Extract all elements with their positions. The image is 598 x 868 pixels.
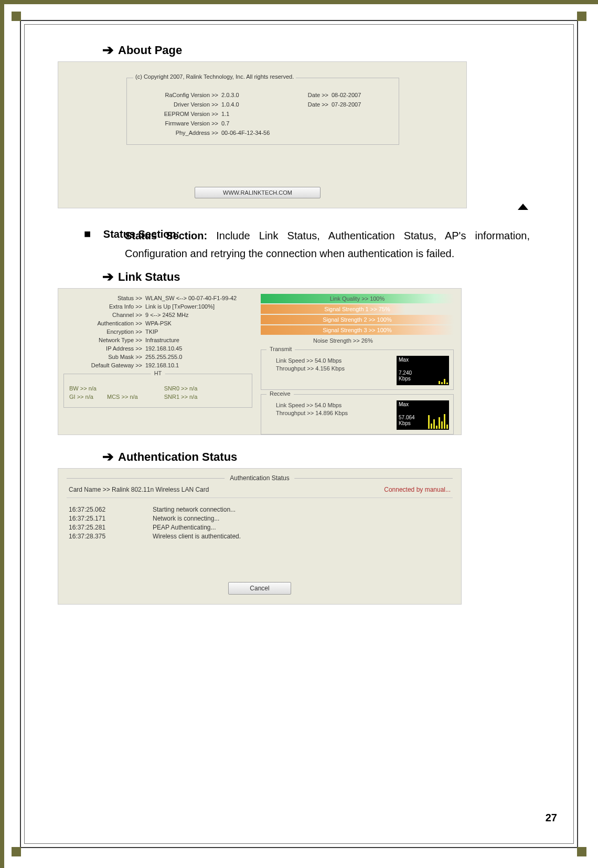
ht-snr1: SNR1 >> n/a xyxy=(164,394,198,400)
ls-auth-v: WPA-PSK xyxy=(142,320,172,326)
eeprom-key: EEPROM Version >> xyxy=(132,111,221,117)
raconfig-date-val: 08-02-2007 xyxy=(332,92,384,98)
ls-ntype-k: Network Type >> xyxy=(63,337,142,343)
auth-panel: Authentication Status Card Name >> Ralin… xyxy=(58,468,462,605)
ls-enc-v: TKIP xyxy=(142,329,158,335)
driver-key: Driver Version >> xyxy=(132,101,221,108)
log-time: 16:37:25.171 xyxy=(69,515,153,522)
link-status-panel: Status >>WLAN_SW <--> 00-07-40-F1-99-42 … xyxy=(58,288,462,435)
rx-speed: Link Speed >> 54.0 Mbps xyxy=(265,402,397,408)
bar-signal-1: Signal Strength 1 >> 75% xyxy=(261,304,454,314)
tx-sparkline: Max 7.240 Kbps xyxy=(397,356,449,385)
ht-snr0: SNR0 >> n/a xyxy=(164,385,198,391)
arrow-icon: ➔ xyxy=(102,42,114,58)
page-number: 27 xyxy=(546,812,557,824)
receive-label: Receive xyxy=(266,390,294,397)
ls-gw-v: 192.168.10.1 xyxy=(142,362,179,368)
arrow-icon: ➔ xyxy=(102,269,114,285)
ralink-url-label: WWW.RALINKTECH.COM xyxy=(223,189,292,196)
heading-about: ➔ About Page xyxy=(102,42,540,58)
ls-channel-v: 9 <--> 2452 MHz xyxy=(142,312,189,318)
auth-card: Card Name >> Ralink 802.11n Wireless LAN… xyxy=(69,486,209,493)
ht-bw: BW >> n/a xyxy=(69,385,97,391)
ls-gw-k: Default Gateway >> xyxy=(63,362,142,368)
phy-val: 00-06-4F-12-34-56 xyxy=(221,130,270,136)
ht-gi: GI >> n/a xyxy=(69,394,97,400)
status-paragraph: ■ Status Section: Status Section: Includ… xyxy=(84,224,530,262)
raconfig-key: RaConfig Version >> xyxy=(132,92,221,98)
about-groupbox: (c) Copyright 2007, Ralink Technology, I… xyxy=(126,78,399,145)
auth-title: Authentication Status xyxy=(225,474,294,482)
raconfig-date-key: Date >> xyxy=(290,92,332,98)
firmware-val: 0.7 xyxy=(221,120,290,126)
ls-mask-v: 255.255.255.0 xyxy=(142,354,182,360)
status-body: Status Section: Include Link Status, Aut… xyxy=(125,227,530,262)
log-msg: Starting network connection... xyxy=(153,506,236,513)
log-time: 16:37:28.375 xyxy=(69,533,153,540)
bar-link-quality: Link Quality >> 100% xyxy=(261,294,454,303)
log-msg: PEAP Authenticating... xyxy=(153,524,216,531)
ls-ip-k: IP Address >> xyxy=(63,345,142,352)
rx-throughput: Throughput >> 14.896 Kbps xyxy=(265,410,397,416)
log-msg: Wireless client is authenticated. xyxy=(153,533,241,540)
ls-status-k: Status >> xyxy=(63,295,142,301)
bar-signal-3: Signal Strength 3 >> 100% xyxy=(261,325,454,335)
ht-groupbox: HT BW >> n/a GI >> n/a MCS >> n/a SNR0 >… xyxy=(63,374,252,408)
eeprom-val: 1.1 xyxy=(221,111,290,117)
bullet-icon: ■ xyxy=(84,227,91,240)
heading-auth: ➔ Authentication Status xyxy=(102,449,540,465)
about-copyright: (c) Copyright 2007, Ralink Technology, I… xyxy=(133,73,296,80)
ht-label: HT xyxy=(151,370,165,376)
bar-signal-2: Signal Strength 2 >> 100% xyxy=(261,315,454,324)
heading-link-text: Link Status xyxy=(118,270,180,284)
transmit-label: Transmit xyxy=(266,346,295,352)
ls-channel-k: Channel >> xyxy=(63,312,142,318)
ls-auth-k: Authentication >> xyxy=(63,320,142,326)
driver-val: 1.0.4.0 xyxy=(221,101,290,108)
phy-key: Phy_Address >> xyxy=(132,130,221,136)
auth-log: 16:37:25.062Starting network connection.… xyxy=(67,502,453,544)
driver-date-key: Date >> xyxy=(290,101,332,108)
firmware-key: Firmware Version >> xyxy=(132,120,221,126)
transmit-groupbox: Transmit Link Speed >> 54.0 Mbps Through… xyxy=(261,350,454,390)
tx-speed: Link Speed >> 54.0 Mbps xyxy=(265,357,397,364)
ls-enc-k: Encryption >> xyxy=(63,329,142,335)
scroll-up-icon[interactable] xyxy=(518,204,528,210)
receive-groupbox: Receive Link Speed >> 54.0 Mbps Throughp… xyxy=(261,394,454,435)
rx-sparkline: Max 57.064 Kbps xyxy=(397,400,449,430)
ls-extra-k: Extra Info >> xyxy=(63,303,142,310)
bar-noise: Noise Strength >> 26% xyxy=(261,336,454,345)
ls-status-v: WLAN_SW <--> 00-07-40-F1-99-42 xyxy=(142,295,237,301)
log-time: 16:37:25.062 xyxy=(69,506,153,513)
heading-auth-text: Authentication Status xyxy=(118,450,237,464)
ls-extra-v: Link is Up [TxPower:100%] xyxy=(142,303,215,310)
ralink-url-button[interactable]: WWW.RALINKTECH.COM xyxy=(195,187,321,198)
ls-ip-v: 192.168.10.45 xyxy=(142,345,182,352)
log-time: 16:37:25.281 xyxy=(69,524,153,531)
cancel-label: Cancel xyxy=(250,585,269,592)
about-panel: (c) Copyright 2007, Ralink Technology, I… xyxy=(58,61,467,208)
tx-throughput: Throughput >> 4.156 Kbps xyxy=(265,365,397,372)
ls-ntype-v: Infrastructure xyxy=(142,337,179,343)
heading-about-text: About Page xyxy=(118,44,182,57)
cancel-button[interactable]: Cancel xyxy=(228,582,291,595)
heading-link: ➔ Link Status xyxy=(102,269,540,285)
ht-mcs: MCS >> n/a xyxy=(107,394,138,400)
log-msg: Network is connecting... xyxy=(153,515,219,522)
raconfig-val: 2.0.3.0 xyxy=(221,92,290,98)
driver-date-val: 07-28-2007 xyxy=(332,101,384,108)
ls-mask-k: Sub Mask >> xyxy=(63,354,142,360)
arrow-icon: ➔ xyxy=(102,449,114,465)
auth-connected-by: Connected by manual... xyxy=(384,486,451,493)
